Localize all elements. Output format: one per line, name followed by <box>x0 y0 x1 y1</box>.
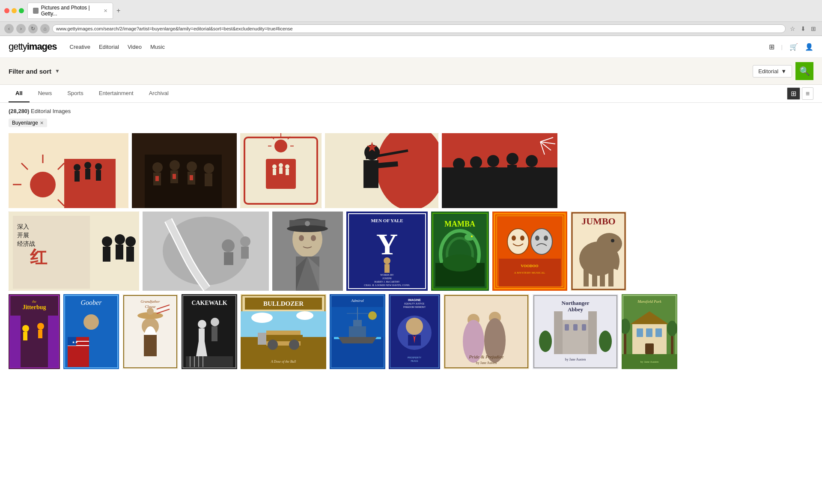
cart-button[interactable]: 🛒 <box>789 43 798 51</box>
svg-point-58 <box>506 153 518 165</box>
image-item[interactable]: Mansfield Park by Jane Austen <box>622 294 677 369</box>
svg-point-93 <box>299 235 304 241</box>
svg-rect-230 <box>565 324 569 331</box>
image-item[interactable] <box>325 133 438 208</box>
refresh-button[interactable]: ↻ <box>28 24 38 33</box>
results-header: (28,280) Editorial Images <box>9 108 813 114</box>
image-item[interactable] <box>9 133 128 208</box>
filter-right-controls: Editorial ▼ 🔍 <box>753 62 813 80</box>
svg-text:红: 红 <box>30 248 48 267</box>
svg-text:A Dose of the Bull: A Dose of the Bull <box>271 360 296 364</box>
image-row-1 <box>9 133 813 208</box>
svg-text:A MYSTERY MUSICAL: A MYSTERY MUSICAL <box>514 271 545 274</box>
image-item[interactable]: Pride & Prejudice by Jane Austen <box>444 294 529 369</box>
image-item[interactable]: CAKEWALK <box>182 294 237 369</box>
goober-svg: Goober ★★ <box>63 294 119 369</box>
image-item[interactable]: Goober ★★ <box>63 294 119 369</box>
close-dot[interactable] <box>4 8 9 13</box>
svg-rect-242 <box>637 328 643 337</box>
svg-rect-75 <box>116 245 123 259</box>
image-item[interactable] <box>442 133 557 208</box>
tab-all[interactable]: All <box>9 85 30 102</box>
download-icon[interactable]: ⬇ <box>799 24 807 33</box>
minimize-dot[interactable] <box>12 8 17 13</box>
svg-rect-42 <box>286 169 289 175</box>
svg-rect-132 <box>608 267 614 286</box>
pride-svg: Pride & Prejudice by Jane Austen <box>444 294 529 369</box>
officer-svg <box>272 212 343 291</box>
maximize-dot[interactable] <box>19 8 24 13</box>
filter-sort-label: Filter and sort <box>9 68 51 75</box>
image-item[interactable]: MAMBA <box>431 212 489 291</box>
image-item[interactable] <box>272 212 343 291</box>
propaganda-svg <box>9 133 128 208</box>
svg-point-60 <box>526 155 538 167</box>
user-button[interactable]: 👤 <box>805 43 813 51</box>
svg-rect-73 <box>103 247 110 262</box>
image-item[interactable]: VOODOO A MYSTERY MUSICAL <box>492 212 567 291</box>
svg-point-149 <box>83 314 99 330</box>
image-item[interactable]: the Jitterbug <box>9 294 60 369</box>
editorial-dropdown[interactable]: Editorial ▼ <box>753 65 792 78</box>
home-button[interactable]: ⌂ <box>40 24 50 33</box>
svg-text:MAMBA: MAMBA <box>444 220 475 228</box>
nav-creative[interactable]: Creative <box>70 44 90 50</box>
search-button[interactable]: 🔍 <box>795 62 813 80</box>
image-row-2: 深入 开展 经济战 红 <box>9 212 813 291</box>
image-item[interactable] <box>240 133 322 208</box>
svg-rect-228 <box>554 311 563 354</box>
grid-view-button[interactable]: ⊞ <box>769 43 774 51</box>
svg-rect-144 <box>10 316 21 368</box>
results-label: Editorial Images <box>31 108 71 114</box>
svg-text:Grandfather: Grandfather <box>141 299 160 304</box>
back-button[interactable]: ‹ <box>4 24 14 33</box>
image-item[interactable] <box>132 133 237 208</box>
svg-rect-25 <box>155 176 159 181</box>
nav-editorial[interactable]: Editorial <box>99 44 119 50</box>
svg-text:HARRY J. McCARTHY: HARRY J. McCARTHY <box>374 280 400 283</box>
svg-text:Pride & Prejudice: Pride & Prejudice <box>469 354 504 359</box>
tab-archival[interactable]: Archival <box>142 85 176 102</box>
tab-sports[interactable]: Sports <box>60 85 90 102</box>
main-nav: Creative Editorial Video Music <box>70 44 165 50</box>
image-item[interactable]: IMAGINE EQUALITY JUSTICE FREEDOM HARMONY… <box>389 294 440 369</box>
image-item[interactable] <box>143 212 269 291</box>
browser-dots <box>4 8 24 13</box>
image-item[interactable]: Admiral <box>330 294 385 369</box>
svg-point-188 <box>296 311 313 320</box>
image-item[interactable]: JUMBO <box>571 212 626 291</box>
extensions-icon[interactable]: ⊞ <box>809 24 818 33</box>
svg-point-13 <box>95 163 102 170</box>
bulldozer-svg: BULLDOZER <box>241 294 326 369</box>
filter-sort-button[interactable]: Filter and sort ▼ <box>9 68 60 75</box>
list-view-toggle[interactable]: ≡ <box>802 87 813 100</box>
image-item[interactable]: Northanger Abbey by Jane Austen <box>533 294 618 369</box>
image-item[interactable]: 深入 开展 经济战 红 <box>9 212 139 291</box>
svg-point-56 <box>487 155 499 167</box>
svg-rect-100 <box>384 264 390 273</box>
tab-news[interactable]: News <box>31 85 59 102</box>
bookmark-icon[interactable]: ☆ <box>788 24 797 33</box>
image-item[interactable]: Grandfather Clause <box>122 294 178 369</box>
top-right-actions: ⊞ | 🛒 👤 <box>769 43 813 51</box>
forward-button[interactable]: › <box>16 24 26 33</box>
filter-label: Buyenlarge <box>12 120 38 126</box>
address-bar[interactable] <box>52 24 786 33</box>
grid-view-toggle[interactable]: ⊞ <box>787 87 800 100</box>
getty-logo[interactable]: gettyimages <box>9 41 57 52</box>
nav-video[interactable]: Video <box>128 44 142 50</box>
svg-text:IMAGINE: IMAGINE <box>408 298 421 301</box>
image-item[interactable]: MEN OF YALE Y WORDS BY JOSEPH HARRY J. M… <box>346 212 428 291</box>
svg-rect-40 <box>279 167 283 174</box>
svg-rect-26 <box>173 174 176 179</box>
tab-entertainment[interactable]: Entertainment <box>92 85 140 102</box>
remove-filter-button[interactable]: ✕ <box>40 120 44 126</box>
nav-music[interactable]: Music <box>150 44 165 50</box>
browser-tab-active[interactable]: Pictures and Photos | Getty... ✕ <box>27 3 113 19</box>
soldier-svg <box>325 133 438 208</box>
svg-text:Admiral: Admiral <box>351 298 364 303</box>
new-tab-button[interactable]: + <box>114 3 123 19</box>
svg-text:Y: Y <box>376 228 398 261</box>
image-item[interactable]: BULLDOZER <box>241 294 326 369</box>
tab-close-btn[interactable]: ✕ <box>104 8 107 14</box>
